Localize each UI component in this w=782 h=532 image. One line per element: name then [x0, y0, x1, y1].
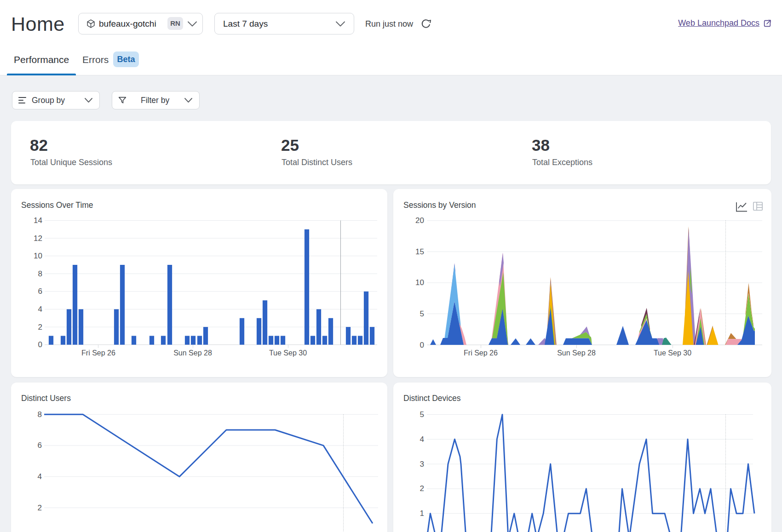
svg-text:10: 10: [415, 278, 424, 287]
svg-text:8: 8: [38, 269, 42, 278]
svg-text:2: 2: [420, 484, 424, 493]
svg-text:6: 6: [38, 441, 42, 450]
svg-text:5: 5: [420, 410, 424, 419]
svg-text:12: 12: [34, 234, 42, 243]
svg-text:10: 10: [34, 252, 42, 260]
svg-text:20: 20: [415, 216, 424, 225]
svg-text:4: 4: [420, 435, 424, 444]
svg-text:2: 2: [38, 503, 42, 512]
svg-text:Fri Sep 26: Fri Sep 26: [464, 349, 498, 357]
svg-text:15: 15: [415, 247, 424, 256]
svg-text:8: 8: [38, 410, 42, 419]
svg-text:5: 5: [420, 309, 424, 318]
svg-text:4: 4: [38, 472, 42, 481]
svg-text:14: 14: [34, 216, 42, 225]
svg-text:Tue Sep 30: Tue Sep 30: [269, 349, 307, 357]
svg-text:0: 0: [38, 340, 42, 349]
svg-text:0: 0: [420, 341, 424, 349]
svg-text:6: 6: [38, 287, 42, 296]
svg-text:Fri Sep 26: Fri Sep 26: [81, 349, 115, 357]
svg-text:1: 1: [420, 509, 424, 518]
svg-text:3: 3: [420, 460, 424, 469]
svg-text:Tue Sep 30: Tue Sep 30: [654, 349, 691, 357]
svg-text:Sun Sep 28: Sun Sep 28: [173, 349, 212, 357]
svg-text:Sun Sep 28: Sun Sep 28: [557, 349, 596, 357]
svg-text:2: 2: [38, 323, 42, 332]
svg-text:4: 4: [38, 305, 42, 314]
